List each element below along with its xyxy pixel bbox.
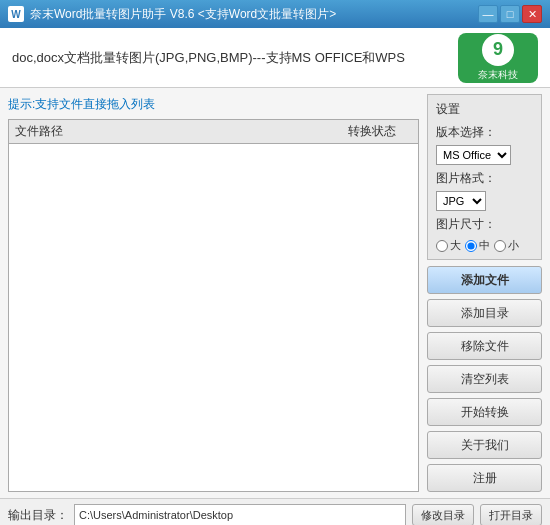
close-button[interactable]: ✕ xyxy=(522,5,542,23)
settings-title: 设置 xyxy=(436,101,533,118)
app-icon: W xyxy=(8,6,24,22)
output-row: 输出目录： 修改目录 打开目录 xyxy=(8,504,542,525)
output-label: 输出目录： xyxy=(8,507,68,524)
size-small-radio[interactable] xyxy=(494,240,506,252)
modify-dir-button[interactable]: 修改目录 xyxy=(412,504,474,525)
file-table: 文件路径 转换状态 xyxy=(8,119,419,492)
size-radio-group: 大 中 小 xyxy=(436,238,533,253)
left-panel: 提示:支持文件直接拖入列表 文件路径 转换状态 xyxy=(8,94,419,492)
size-large-radio[interactable] xyxy=(436,240,448,252)
logo-icon-text: 9 xyxy=(493,39,503,60)
content-area: 提示:支持文件直接拖入列表 文件路径 转换状态 设置 版本选择： MS Offi… xyxy=(0,88,550,498)
remove-file-button[interactable]: 移除文件 xyxy=(427,332,542,360)
size-medium-label: 中 xyxy=(479,238,490,253)
hint-text: 提示:支持文件直接拖入列表 xyxy=(8,94,419,115)
start-convert-button[interactable]: 开始转换 xyxy=(427,398,542,426)
version-select[interactable]: MS OfficeWPS xyxy=(436,145,511,165)
window-controls: — □ ✕ xyxy=(478,5,542,23)
size-label: 图片尺寸： xyxy=(436,216,496,233)
logo-name: 奈末科技 xyxy=(478,68,518,82)
size-large-label: 大 xyxy=(450,238,461,253)
table-body xyxy=(9,144,418,324)
add-dir-button[interactable]: 添加目录 xyxy=(427,299,542,327)
col-status-header: 转换状态 xyxy=(332,123,412,140)
footer-section: 输出目录： 修改目录 打开目录 奈末官方正版，安全放心，官方下载：>> 访问网站 xyxy=(0,498,550,525)
output-path-input[interactable] xyxy=(74,504,406,525)
open-dir-button[interactable]: 打开目录 xyxy=(480,504,542,525)
title-text: 奈末Word批量转图片助手 V8.6 <支持Word文批量转图片> xyxy=(30,6,336,23)
minimize-button[interactable]: — xyxy=(478,5,498,23)
size-large-option[interactable]: 大 xyxy=(436,238,461,253)
size-medium-radio[interactable] xyxy=(465,240,477,252)
title-bar: W 奈末Word批量转图片助手 V8.6 <支持Word文批量转图片> — □ … xyxy=(0,0,550,28)
size-small-label: 小 xyxy=(508,238,519,253)
about-button[interactable]: 关于我们 xyxy=(427,431,542,459)
col-path-header: 文件路径 xyxy=(15,123,332,140)
size-medium-option[interactable]: 中 xyxy=(465,238,490,253)
button-group: 添加文件 添加目录 移除文件 清空列表 开始转换 关于我们 注册 xyxy=(427,266,542,492)
version-label: 版本选择： xyxy=(436,124,496,141)
right-panel: 设置 版本选择： MS OfficeWPS 图片格式： JPGPNGBMP 图片… xyxy=(427,94,542,492)
table-header: 文件路径 转换状态 xyxy=(9,120,418,144)
logo-icon: 9 xyxy=(482,34,514,66)
logo-area: 9 奈末科技 xyxy=(458,33,538,83)
format-label: 图片格式： xyxy=(436,170,496,187)
size-small-option[interactable]: 小 xyxy=(494,238,519,253)
main-container: doc,docx文档批量转图片(JPG,PNG,BMP)---支持MS OFFI… xyxy=(0,28,550,525)
add-file-button[interactable]: 添加文件 xyxy=(427,266,542,294)
settings-group: 设置 版本选择： MS OfficeWPS 图片格式： JPGPNGBMP 图片… xyxy=(427,94,542,260)
format-select[interactable]: JPGPNGBMP xyxy=(436,191,486,211)
header-text: doc,docx文档批量转图片(JPG,PNG,BMP)---支持MS OFFI… xyxy=(12,49,448,67)
header-section: doc,docx文档批量转图片(JPG,PNG,BMP)---支持MS OFFI… xyxy=(0,28,550,88)
size-row: 图片尺寸： xyxy=(436,216,533,233)
clear-list-button[interactable]: 清空列表 xyxy=(427,365,542,393)
maximize-button[interactable]: □ xyxy=(500,5,520,23)
format-row: 图片格式： JPGPNGBMP xyxy=(436,170,533,211)
version-row: 版本选择： MS OfficeWPS xyxy=(436,124,533,165)
register-button[interactable]: 注册 xyxy=(427,464,542,492)
